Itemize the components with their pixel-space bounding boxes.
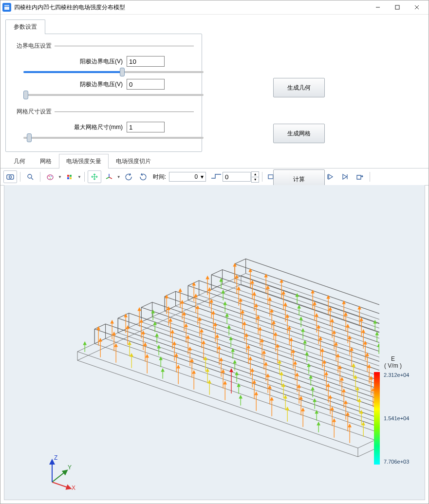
app-window: 四棱柱内内凹七四棱柱的电场强度分布模型 参数设置 边界电压设置 阳极边界电压(V…: [0, 0, 429, 504]
svg-line-9: [31, 178, 33, 180]
move-icon[interactable]: [88, 170, 101, 183]
svg-text:Y: Y: [68, 464, 72, 471]
svg-rect-16: [67, 177, 69, 179]
camera-icon[interactable]: [3, 170, 17, 183]
svg-text:Z: Z: [54, 454, 57, 461]
generate-mesh-button[interactable]: 生成网格: [273, 124, 325, 143]
mesh-section-title: 网格尺寸设置: [14, 108, 55, 116]
axes-dropdown[interactable]: ▼: [102, 170, 121, 183]
voltage-section-title: 边界电压设置: [14, 42, 55, 50]
close-button[interactable]: [407, 0, 427, 14]
cube-dropdown[interactable]: ▼: [63, 170, 81, 183]
svg-line-19: [109, 177, 112, 179]
titlebar: 四棱柱内内凹七四棱柱的电场强度分布模型: [0, 0, 429, 15]
svg-point-8: [28, 174, 32, 178]
legend-min: 7.706e+03: [384, 459, 409, 465]
viewer-toolbar: ▼ ▼ ▼ 时间: 0▾ ▲ ▼: [0, 168, 429, 186]
mesh-size-label: 最大网格尺寸(mm): [74, 123, 123, 131]
svg-rect-6: [7, 175, 14, 179]
window-title: 四棱柱内内凹七四棱柱的电场强度分布模型: [14, 3, 125, 12]
zoom-icon[interactable]: [23, 170, 37, 183]
svg-rect-14: [67, 175, 69, 177]
time-label: 时间:: [153, 173, 166, 181]
mesh-size-slider[interactable]: [23, 137, 204, 139]
params-panel: 边界电压设置 阳极边界电压(V) 阴极边界电压(V) 网格尺寸设置: [5, 34, 202, 152]
svg-point-13: [50, 178, 51, 179]
legend-title: E: [371, 355, 415, 362]
app-icon: [2, 3, 11, 12]
svg-line-242: [52, 482, 69, 488]
svg-point-7: [9, 176, 12, 178]
axis-triad: X Y Z: [42, 453, 81, 492]
svg-text:X: X: [72, 485, 75, 491]
anode-voltage-label: 阳极边界电压(V): [80, 57, 123, 66]
top-area: 参数设置 边界电压设置 阳极边界电压(V) 阴极边界电压(V): [0, 15, 429, 154]
svg-line-20: [106, 177, 109, 179]
svg-line-243: [52, 471, 66, 482]
color-legend: E ( V/m ) 2.312e+04 1.541e+04 7.706e+03: [371, 355, 415, 465]
cathode-voltage-label: 阴极边界电压(V): [80, 80, 123, 89]
svg-rect-3: [395, 5, 399, 9]
svg-point-10: [47, 175, 53, 180]
mesh-size-input[interactable]: [127, 122, 165, 132]
svg-rect-17: [70, 177, 72, 179]
result-tabs: 几何 网格 电场强度矢量 电场强度切片: [0, 154, 429, 168]
tab-params[interactable]: 参数设置: [5, 19, 45, 34]
legend-colorbar: [374, 372, 380, 465]
cathode-voltage-input[interactable]: [127, 79, 165, 90]
legend-max: 2.312e+04: [384, 372, 409, 378]
result-tab-geom[interactable]: 几何: [6, 154, 33, 168]
time-step-input[interactable]: [223, 172, 251, 182]
cathode-voltage-slider[interactable]: [23, 94, 204, 96]
svg-point-11: [49, 176, 50, 177]
maximize-button[interactable]: [388, 0, 407, 14]
svg-rect-0: [4, 7, 9, 10]
svg-rect-21: [268, 175, 273, 179]
anode-voltage-slider[interactable]: [23, 71, 204, 73]
result-tab-slice[interactable]: 电场强度切片: [109, 154, 158, 168]
legend-mid: 1.541e+04: [384, 415, 409, 421]
rotate-ccw-icon[interactable]: [122, 170, 135, 183]
rotate-cw-icon[interactable]: [136, 170, 150, 183]
minimize-button[interactable]: [368, 0, 388, 14]
field-vector-plot: [58, 253, 379, 463]
export-icon[interactable]: [353, 170, 367, 183]
step-icon: [211, 173, 222, 181]
svg-rect-15: [70, 175, 72, 177]
time-step-up[interactable]: ▲: [251, 171, 259, 177]
paint-dropdown[interactable]: ▼: [43, 170, 62, 183]
viewer-canvas[interactable]: E ( V/m ) 2.312e+04 1.541e+04 7.706e+03: [4, 185, 425, 500]
result-tab-mesh[interactable]: 网格: [33, 154, 59, 168]
time-step-down[interactable]: ▼: [251, 177, 259, 183]
time-select[interactable]: 0▾: [169, 172, 206, 182]
anode-voltage-input[interactable]: [127, 56, 165, 67]
skip-end-icon[interactable]: [338, 170, 352, 183]
legend-unit: ( V/m ): [371, 362, 415, 369]
svg-point-12: [51, 176, 52, 177]
generate-geometry-button[interactable]: 生成几何: [273, 78, 325, 97]
result-tab-vector[interactable]: 电场强度矢量: [59, 154, 109, 168]
step-forward-icon[interactable]: [324, 170, 337, 183]
svg-rect-1: [4, 5, 9, 6]
